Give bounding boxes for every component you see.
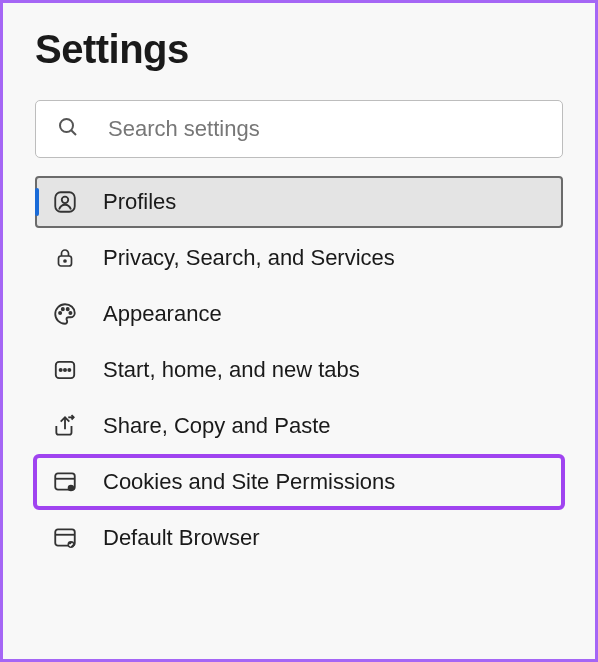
palette-icon [51,300,79,328]
nav-label: Start, home, and new tabs [103,357,360,383]
nav-label: Cookies and Site Permissions [103,469,395,495]
svg-point-7 [62,308,64,310]
default-browser-icon [51,524,79,552]
search-icon [56,115,80,143]
nav-label: Share, Copy and Paste [103,413,330,439]
lock-icon [51,244,79,272]
svg-point-12 [64,369,66,371]
site-permissions-icon [51,468,79,496]
svg-line-1 [71,130,76,135]
window-icon [51,356,79,384]
svg-point-13 [68,369,70,371]
nav-item-appearance[interactable]: Appearance [35,288,563,340]
nav-item-share-copy-paste[interactable]: Share, Copy and Paste [35,400,563,452]
nav-label: Privacy, Search, and Services [103,245,395,271]
svg-point-0 [60,119,73,132]
svg-point-6 [59,312,61,314]
svg-point-8 [67,308,69,310]
search-box[interactable] [35,100,563,158]
svg-point-9 [69,312,71,314]
nav-item-profiles[interactable]: Profiles [35,176,563,228]
nav-item-start-home-tabs[interactable]: Start, home, and new tabs [35,344,563,396]
nav-label: Appearance [103,301,222,327]
svg-rect-2 [55,192,75,212]
nav-label: Profiles [103,189,176,215]
svg-point-3 [62,197,69,204]
profiles-icon [51,188,79,216]
nav-item-privacy[interactable]: Privacy, Search, and Services [35,232,563,284]
nav-label: Default Browser [103,525,260,551]
nav-item-cookies-permissions[interactable]: Cookies and Site Permissions [35,456,563,508]
share-icon [51,412,79,440]
svg-point-11 [60,369,62,371]
nav-item-default-browser[interactable]: Default Browser [35,512,563,564]
search-input[interactable] [108,116,542,142]
svg-point-5 [64,260,66,262]
settings-nav: Profiles Privacy, Search, and Services A… [35,176,563,564]
page-title: Settings [35,27,563,72]
